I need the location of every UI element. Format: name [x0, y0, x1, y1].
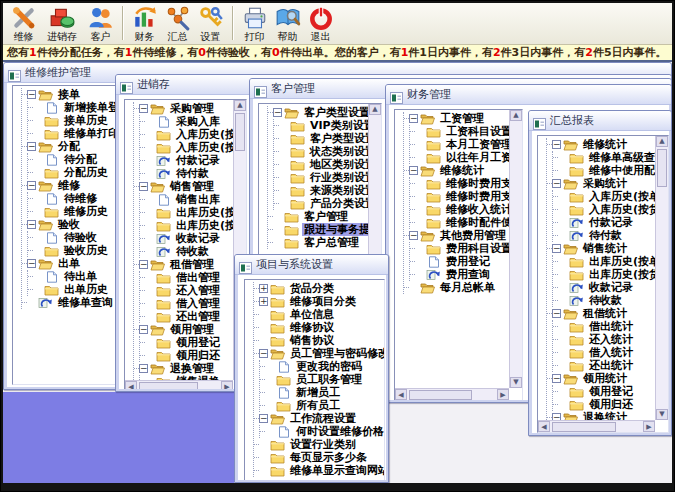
tree-item[interactable]: 借入统计 — [553, 346, 655, 359]
toolbar-button-inventory[interactable]: 进销存 — [40, 3, 84, 45]
tree-item[interactable]: −退换统计 — [547, 411, 655, 420]
tree-item[interactable]: 维修时费用支出科目 — [410, 177, 509, 190]
tree-item[interactable]: 入库历史(按单据) — [553, 190, 655, 203]
tree-item[interactable]: −领用管理 — [134, 323, 233, 336]
tree-expand-toggle[interactable]: − — [552, 244, 561, 253]
tree-item[interactable]: 付款记录 — [553, 216, 655, 229]
tree-item[interactable]: 待收款 — [140, 245, 233, 258]
tree-item[interactable]: −分配 — [22, 140, 116, 153]
tree-item[interactable]: 领用登记 — [140, 336, 233, 349]
tree-item[interactable]: 所有员工 — [260, 399, 384, 412]
tree-item[interactable]: 验收历史 — [28, 244, 116, 257]
tree-item[interactable]: 待付款 — [140, 167, 233, 180]
tree-expand-toggle[interactable]: − — [27, 220, 36, 229]
tree-item[interactable]: 每页显示多少条 — [254, 451, 384, 464]
tree-item[interactable]: 本月工资管理 — [410, 138, 509, 151]
tree-item[interactable]: 新增接单登记 — [28, 101, 116, 114]
tree-expand-toggle[interactable]: − — [259, 349, 268, 358]
window-titlebar[interactable]: 汇总报表 — [529, 111, 671, 131]
tree-item[interactable]: 客户类型设置 — [274, 132, 368, 145]
tree-item[interactable]: −出单 — [22, 257, 116, 270]
tree-item[interactable]: 维修单打印设置 — [28, 127, 116, 140]
tree-expand-toggle[interactable]: − — [409, 114, 418, 123]
tree-item[interactable]: 付款记录 — [140, 154, 233, 167]
tree-expand-toggle[interactable]: − — [139, 364, 148, 373]
tree-item[interactable]: 状态类别设置 — [274, 145, 368, 158]
tree-item[interactable]: −退换管理 — [134, 362, 233, 375]
tree-expand-toggle[interactable]: − — [552, 140, 561, 149]
tree-item[interactable]: 借入管理 — [140, 297, 233, 310]
tree-item[interactable]: 出库历史(按单据) — [140, 206, 233, 219]
tree-item[interactable]: 分配历史 — [28, 166, 116, 179]
toolbar-button-print[interactable]: 打印 — [238, 3, 271, 45]
tree-item[interactable]: 入库历史(按货品) — [140, 141, 233, 154]
tree-expand-toggle[interactable]: − — [139, 260, 148, 269]
tree-item[interactable]: 何时设置维修价格 — [260, 425, 384, 438]
toolbar-button-exit[interactable]: 退出 — [304, 3, 337, 45]
tree-item[interactable]: 待收款 — [553, 294, 655, 307]
horizontal-scrollbar[interactable]: ◀ ▶ — [538, 420, 655, 432]
tree-item[interactable]: −接单 — [22, 88, 116, 101]
window-titlebar[interactable]: 财务管理 — [386, 85, 671, 105]
tree-item[interactable]: −工作流程设置 — [254, 412, 384, 425]
tree-item[interactable]: 维修收入统计 — [410, 203, 509, 216]
tree-item[interactable]: 出库历史(按货品) — [140, 219, 233, 232]
scrollbar-thumb[interactable] — [552, 422, 616, 432]
scroll-left-arrow[interactable]: ◀ — [538, 421, 550, 432]
scroll-right-arrow[interactable]: ▶ — [221, 381, 233, 389]
tree-expand-toggle[interactable]: − — [409, 166, 418, 175]
tree-item[interactable]: −工资管理 — [404, 112, 509, 125]
tree-item[interactable]: 维修单高级查询 — [553, 151, 655, 164]
tree-expand-toggle[interactable]: − — [259, 414, 268, 423]
tree-item[interactable]: 更改我的密码 — [260, 360, 384, 373]
tree-item[interactable]: −维修统计 — [547, 138, 655, 151]
tree-expand-toggle[interactable]: + — [259, 284, 268, 293]
tree-item[interactable]: 接单历史 — [28, 114, 116, 127]
tree-expand-toggle[interactable]: − — [27, 142, 36, 151]
tree-item[interactable]: 入库历史(按单据) — [140, 128, 233, 141]
tree-item[interactable]: +货品分类 — [254, 282, 384, 295]
tree-item[interactable]: 还入管理 — [140, 284, 233, 297]
window-titlebar[interactable]: 项目与系统设置 — [235, 255, 388, 275]
tree-item[interactable]: 还出统计 — [553, 359, 655, 372]
horizontal-scrollbar[interactable]: ◀ ▶ — [125, 380, 233, 389]
toolbar-button-summary[interactable]: 汇总 — [161, 3, 194, 45]
tree-item[interactable]: 采购入库 — [140, 115, 233, 128]
tree-item[interactable]: 来源类别设置 — [274, 184, 368, 197]
tree-item[interactable]: 出库历史(按货品) — [553, 268, 655, 281]
tree-item[interactable]: 借出统计 — [553, 320, 655, 333]
tree-item[interactable]: −员工管理与密码修改 — [254, 347, 384, 360]
scroll-up-arrow[interactable]: ▲ — [234, 100, 246, 111]
tree-item[interactable]: 销售出库 — [140, 193, 233, 206]
tree-expand-toggle[interactable]: − — [27, 259, 36, 268]
tree-item[interactable]: 还入统计 — [553, 333, 655, 346]
tree-item[interactable]: 客户总管理 — [268, 236, 368, 249]
tree-item[interactable]: 维修单显示查询网站 — [254, 464, 384, 477]
tree-item[interactable]: 待出单 — [28, 270, 116, 283]
tree-item[interactable]: 收款记录 — [140, 232, 233, 245]
tree-item[interactable]: 销售协议 — [254, 334, 384, 347]
toolbar-button-customer[interactable]: 客户 — [84, 3, 117, 45]
tree-item[interactable]: 领用登记 — [553, 385, 655, 398]
tree-item[interactable]: −领用统计 — [547, 372, 655, 385]
tree-item[interactable]: 收款记录 — [553, 281, 655, 294]
tree-item[interactable]: 设置行业类别 — [254, 438, 384, 451]
tree-item[interactable]: 维修时配件使用统计 — [410, 216, 509, 229]
tree-expand-toggle[interactable]: − — [409, 231, 418, 240]
tree-item[interactable]: −客户类型设置 — [268, 106, 368, 119]
tree-item[interactable]: −采购管理 — [134, 102, 233, 115]
toolbar-button-help[interactable]: 帮助 — [271, 3, 304, 45]
tree-item[interactable]: 待维修 — [28, 192, 116, 205]
scrollbar-thumb[interactable] — [139, 382, 198, 389]
vertical-scrollbar[interactable]: ▲ ▼ — [655, 136, 668, 420]
tree-item[interactable]: VIP类别设置 — [274, 119, 368, 132]
scroll-down-arrow[interactable]: ▼ — [510, 377, 522, 388]
toolbar-button-settings[interactable]: 设置 — [194, 3, 227, 45]
tree-item[interactable]: 出单历史 — [28, 283, 116, 296]
scroll-down-arrow[interactable]: ▼ — [656, 409, 668, 420]
tree-item[interactable]: −租借管理 — [134, 258, 233, 271]
tree-item[interactable]: 产品分类设置 — [274, 197, 368, 210]
tree-expand-toggle[interactable]: − — [27, 181, 36, 190]
tree-expand-toggle[interactable]: − — [139, 104, 148, 113]
toolbar-button-repair[interactable]: 维修 — [7, 3, 40, 45]
